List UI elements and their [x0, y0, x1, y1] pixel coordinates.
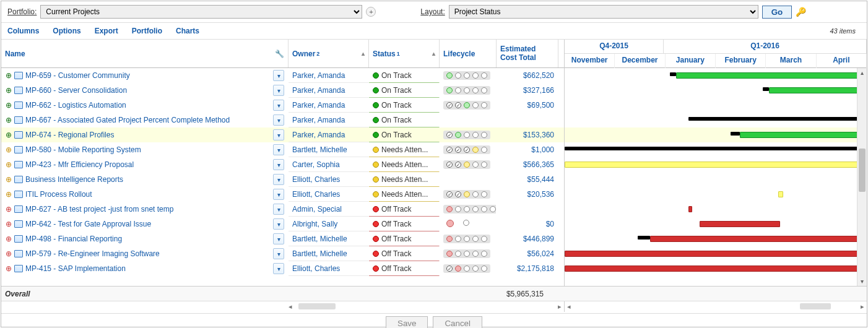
gantt-bar[interactable] — [565, 251, 867, 257]
cell-owner[interactable]: Bartlett, Michelle — [289, 231, 369, 246]
wrench-icon[interactable]: 🔧 — [275, 50, 284, 58]
cell-owner[interactable]: Elliott, Charles — [289, 261, 369, 276]
hscroll-thumb[interactable] — [800, 303, 831, 309]
row-menu-button[interactable]: ▾ — [273, 85, 284, 96]
row-menu-button[interactable]: ▾ — [273, 204, 284, 215]
col-status[interactable]: Status1 ▴ — [369, 40, 440, 67]
save-button[interactable]: Save — [386, 316, 428, 328]
col-owner[interactable]: Owner2 ▴ — [289, 40, 369, 67]
expand-icon[interactable]: ⊕ — [5, 116, 12, 124]
col-cost[interactable]: Estimated Cost Total — [497, 40, 558, 67]
expand-icon[interactable]: ⊕ — [5, 87, 12, 94]
menu-charts[interactable]: Charts — [176, 27, 199, 35]
row-menu-button[interactable]: ▾ — [273, 218, 284, 230]
expand-icon[interactable]: ⊕ — [5, 265, 12, 272]
expand-icon[interactable]: ⊕ — [5, 101, 12, 109]
scrollbar-thumb[interactable] — [859, 149, 866, 192]
cell-owner[interactable]: Parker, Amanda — [289, 68, 369, 83]
col-name[interactable]: Name 🔧 — [1, 40, 289, 67]
key-icon[interactable]: 🔑 — [796, 7, 806, 17]
expand-icon[interactable]: ⊕ — [5, 176, 12, 183]
expand-icon[interactable]: ⊕ — [5, 220, 12, 228]
row-menu-button[interactable]: ▾ — [273, 233, 284, 244]
gantt-bar[interactable] — [763, 87, 769, 91]
project-link[interactable]: MP-579 - Re-Engineer Imaging Software — [25, 249, 160, 258]
row-menu-button[interactable]: ▾ — [273, 114, 284, 126]
menu-columns[interactable]: Columns — [7, 27, 39, 35]
expand-icon[interactable]: ⊕ — [5, 146, 12, 153]
project-link[interactable]: MP-662 - Logistics Automation — [25, 101, 126, 110]
gantt-bar[interactable] — [731, 132, 740, 136]
layout-select[interactable]: Project Status — [449, 5, 758, 19]
project-link[interactable]: MP-498 - Financial Reporting — [25, 235, 122, 243]
expand-icon[interactable]: ⊕ — [5, 72, 12, 79]
expand-icon[interactable]: ⊕ — [5, 205, 12, 213]
project-link[interactable]: ITIL Process Rollout — [25, 190, 92, 199]
scroll-right-icon[interactable]: ▸ — [555, 303, 564, 311]
cancel-button[interactable]: Cancel — [433, 316, 482, 328]
row-menu-button[interactable]: ▾ — [273, 144, 284, 155]
gantt-bar[interactable] — [740, 132, 867, 138]
project-link[interactable]: MP-667 - Associated Gated Project Percen… — [25, 116, 230, 124]
cell-owner[interactable]: Admin, Special — [289, 202, 369, 217]
menu-export[interactable]: Export — [95, 27, 118, 35]
cell-owner[interactable]: Albright, Sally — [289, 217, 369, 231]
scroll-left-icon[interactable]: ◂ — [565, 303, 573, 311]
project-link[interactable]: MP-642 - Test for Gate Approval Issue — [25, 220, 151, 228]
gantt-bar[interactable] — [676, 72, 867, 79]
expand-icon[interactable]: ⊕ — [5, 161, 12, 168]
cell-owner[interactable]: Elliott, Charles — [289, 187, 369, 202]
cell-owner[interactable]: Elliott, Charles — [289, 172, 369, 187]
scroll-down-icon[interactable]: ▾ — [857, 278, 867, 285]
gantt-bar[interactable] — [688, 117, 867, 121]
hscroll-right[interactable]: ◂ ▸ — [565, 301, 867, 312]
project-link[interactable]: MP-423 - Mfr Efficiency Proposal — [25, 160, 134, 169]
scroll-right-icon[interactable]: ▸ — [858, 303, 867, 311]
gantt-bar[interactable] — [769, 87, 867, 93]
row-menu-button[interactable]: ▾ — [273, 248, 284, 259]
scroll-left-icon[interactable]: ◂ — [286, 303, 295, 311]
scroll-up-icon[interactable]: ▴ — [857, 69, 867, 76]
menu-options[interactable]: Options — [53, 27, 80, 35]
project-link[interactable]: Business Intelligence Reports — [25, 175, 123, 184]
cell-owner[interactable]: Parker, Amanda — [289, 113, 369, 127]
row-menu-button[interactable]: ▾ — [273, 174, 284, 185]
row-menu-button[interactable]: ▾ — [273, 70, 284, 81]
project-link[interactable]: MP-674 - Regional Profiles — [25, 131, 114, 139]
expand-icon[interactable]: ⊕ — [5, 235, 12, 243]
gantt-bar[interactable] — [650, 236, 867, 242]
expand-icon[interactable]: ⊕ — [5, 250, 12, 257]
row-menu-button[interactable]: ▾ — [273, 263, 284, 274]
cell-owner[interactable]: Carter, Sophia — [289, 157, 369, 172]
project-link[interactable]: MP-415 - SAP Implementation — [25, 264, 126, 273]
cell-owner[interactable]: Bartlett, Michelle — [289, 246, 369, 261]
vertical-scrollbar[interactable]: ▴ ▾ — [857, 68, 867, 286]
gantt-bar[interactable] — [565, 162, 867, 168]
row-menu-button[interactable]: ▾ — [273, 159, 284, 170]
menu-portfolio[interactable]: Portfolio — [132, 27, 162, 35]
row-menu-button[interactable]: ▾ — [273, 100, 284, 111]
gantt-bar[interactable] — [778, 191, 783, 197]
cell-owner[interactable]: Parker, Amanda — [289, 98, 369, 113]
project-link[interactable]: MP-660 - Server Consolidation — [25, 86, 127, 95]
project-link[interactable]: MP-580 - Mobile Reporting System — [25, 145, 141, 154]
col-lifecycle[interactable]: Lifecycle — [440, 40, 497, 67]
row-menu-button[interactable]: ▾ — [273, 129, 284, 140]
cell-owner[interactable]: Parker, Amanda — [289, 127, 369, 142]
cell-owner[interactable]: Bartlett, Michelle — [289, 142, 369, 157]
gantt-bar[interactable] — [565, 147, 867, 150]
portfolio-select[interactable]: Current Projects — [40, 5, 362, 19]
project-link[interactable]: MP-627 - AB test project -just from snet… — [25, 205, 173, 214]
gantt-bar[interactable] — [670, 72, 676, 76]
gantt-bar[interactable] — [688, 206, 692, 212]
gantt-bar[interactable] — [638, 236, 650, 240]
add-portfolio-button[interactable]: + — [366, 7, 376, 17]
project-link[interactable]: MP-659 - Customer Community — [25, 71, 130, 80]
row-menu-button[interactable]: ▾ — [273, 189, 284, 200]
go-button[interactable]: Go — [762, 6, 792, 19]
gantt-bar[interactable] — [700, 221, 780, 227]
expand-icon[interactable]: ⊕ — [5, 131, 12, 139]
cell-owner[interactable]: Parker, Amanda — [289, 83, 369, 98]
gantt-bar[interactable] — [565, 265, 867, 272]
expand-icon[interactable]: ⊕ — [5, 191, 12, 198]
